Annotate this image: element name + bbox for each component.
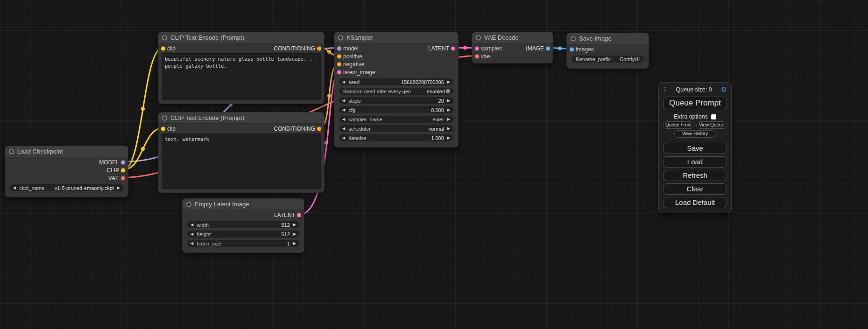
height-widget[interactable]: ◀ height 512 ▶ xyxy=(187,231,299,238)
increment-arrow-icon[interactable]: ▶ xyxy=(293,232,296,236)
positive-input-port[interactable] xyxy=(337,54,341,58)
node-title-bar[interactable]: Save Image xyxy=(567,33,649,44)
node-save-image[interactable]: Save Image images filename_prefix ComfyU… xyxy=(566,33,649,69)
widget-value: 1 xyxy=(287,241,290,246)
link-midpoint-dot xyxy=(463,46,467,50)
increment-arrow-icon[interactable]: ▶ xyxy=(447,80,450,84)
seed-widget[interactable]: ◀ seed 156680208700286 ▶ xyxy=(339,78,453,85)
sampler-name-widget[interactable]: ◀ sampler_name euler ▶ xyxy=(339,116,453,123)
batch-size-widget[interactable]: ◀ batch_size 1 ▶ xyxy=(187,240,299,247)
node-title-bar[interactable]: CLIP Text Encode (Prompt) xyxy=(158,32,324,43)
model-input-port[interactable] xyxy=(337,46,341,50)
widget-value: 1.000 xyxy=(431,135,444,141)
increment-arrow-icon[interactable]: ▶ xyxy=(447,136,450,140)
increment-arrow-icon[interactable]: ▶ xyxy=(293,242,296,245)
queue-panel-header: ⣿ Queue size: 0 ⚙ xyxy=(663,85,727,94)
latent-image-input-port[interactable] xyxy=(337,70,341,74)
queue-front-button[interactable]: Queue Front xyxy=(663,121,694,129)
increment-arrow-icon[interactable]: ▶ xyxy=(447,118,450,121)
toggle-dot-icon[interactable] xyxy=(446,89,450,93)
node-clip-text-encode-negative[interactable]: CLIP Text Encode (Prompt) clip CONDITION… xyxy=(158,112,325,193)
steps-widget[interactable]: ◀ steps 20 ▶ xyxy=(339,97,453,104)
vae-output-port[interactable] xyxy=(121,176,125,180)
samples-input-port[interactable] xyxy=(475,46,479,50)
positive-prompt-textarea[interactable]: beautiful scenery nature glass bottle la… xyxy=(162,53,321,100)
decrement-arrow-icon[interactable]: ◀ xyxy=(342,127,345,131)
increment-arrow-icon[interactable]: ▶ xyxy=(447,99,450,103)
latent-output-port[interactable] xyxy=(451,46,455,50)
image-output-port[interactable] xyxy=(546,46,550,50)
width-widget[interactable]: ◀ width 512 ▶ xyxy=(187,221,299,228)
random-seed-toggle-widget[interactable]: Random seed after every gen enabled xyxy=(339,88,453,95)
denoise-widget[interactable]: ◀ denoise 1.000 ▶ xyxy=(339,134,453,141)
settings-gear-icon[interactable]: ⚙ xyxy=(721,85,727,94)
slot-row: clip CONDITIONING xyxy=(158,125,324,133)
link-midpoint-dot xyxy=(327,94,331,98)
output-slot-label: MODEL xyxy=(99,159,119,166)
widget-label: scheduler xyxy=(348,126,428,132)
decrement-arrow-icon[interactable]: ◀ xyxy=(191,242,193,245)
vae-input-port[interactable] xyxy=(475,54,479,58)
node-vae-decode[interactable]: VAE Decode samples IMAGE vae xyxy=(472,32,553,63)
images-input-port[interactable] xyxy=(570,47,574,51)
clip-output-port[interactable] xyxy=(121,168,125,172)
load-button[interactable]: Load xyxy=(663,156,727,168)
queue-prompt-button[interactable]: Queue Prompt xyxy=(663,97,727,110)
slot-row: vae xyxy=(472,52,553,60)
node-title-bar[interactable]: Load Checkpoint xyxy=(5,146,128,157)
clip-input-port[interactable] xyxy=(161,126,165,131)
node-clip-text-encode-positive[interactable]: CLIP Text Encode (Prompt) clip CONDITION… xyxy=(158,32,325,104)
collapse-dot-icon[interactable] xyxy=(186,202,191,207)
save-button[interactable]: Save xyxy=(663,143,727,154)
increment-arrow-icon[interactable]: ▶ xyxy=(447,108,450,112)
extra-options-row: Extra options xyxy=(663,113,727,120)
scheduler-widget[interactable]: ◀ scheduler normal ▶ xyxy=(339,125,453,132)
widget-label: denoise xyxy=(348,135,431,141)
decrement-arrow-icon[interactable]: ◀ xyxy=(342,118,345,121)
node-load-checkpoint[interactable]: Load Checkpoint MODEL CLIP VAE ◀ ckpt_na… xyxy=(5,146,128,197)
collapse-dot-icon[interactable] xyxy=(9,149,14,154)
view-queue-button[interactable]: View Queue xyxy=(696,121,727,129)
ckpt-name-widget[interactable]: ◀ ckpt_name v1-5-pruned-emaonly.ckpt ▶ xyxy=(10,184,123,191)
node-ksampler[interactable]: KSampler model LATENT positive negative … xyxy=(334,32,459,147)
decrement-arrow-icon[interactable]: ◀ xyxy=(191,223,193,227)
collapse-dot-icon[interactable] xyxy=(476,35,481,40)
clip-input-port[interactable] xyxy=(161,46,165,50)
increment-arrow-icon[interactable]: ▶ xyxy=(293,223,296,227)
conditioning-output-port[interactable] xyxy=(317,46,321,50)
node-title-bar[interactable]: KSampler xyxy=(334,32,458,43)
decrement-arrow-icon[interactable]: ◀ xyxy=(342,99,345,103)
load-default-button[interactable]: Load Default xyxy=(663,197,727,208)
collapse-dot-icon[interactable] xyxy=(162,115,167,120)
view-history-button[interactable]: View History xyxy=(674,130,716,138)
clear-button[interactable]: Clear xyxy=(663,183,727,195)
node-title-bar[interactable]: Empty Latent Image xyxy=(183,199,304,210)
conditioning-output-port[interactable] xyxy=(317,126,321,131)
latent-output-port[interactable] xyxy=(297,213,301,217)
collapse-dot-icon[interactable] xyxy=(338,35,343,40)
drag-handle-icon[interactable]: ⣿ xyxy=(663,86,667,93)
model-output-port[interactable] xyxy=(121,160,125,164)
cfg-widget[interactable]: ◀ cfg 8.000 ▶ xyxy=(339,106,453,113)
decrement-arrow-icon[interactable]: ◀ xyxy=(342,108,345,112)
filename-prefix-widget[interactable]: filename_prefix ComfyUI xyxy=(572,56,644,63)
decrement-arrow-icon[interactable]: ◀ xyxy=(191,232,193,236)
extra-options-checkbox[interactable] xyxy=(711,114,716,119)
node-title-bar[interactable]: VAE Decode xyxy=(472,32,553,43)
decrement-arrow-icon[interactable]: ◀ xyxy=(342,136,345,140)
collapse-dot-icon[interactable] xyxy=(162,35,167,40)
increment-arrow-icon[interactable]: ▶ xyxy=(117,186,120,190)
node-empty-latent-image[interactable]: Empty Latent Image LATENT ◀ width 512 ▶ … xyxy=(182,198,304,253)
increment-arrow-icon[interactable]: ▶ xyxy=(447,127,450,131)
node-title-bar[interactable]: CLIP Text Encode (Prompt) xyxy=(158,112,324,124)
refresh-button[interactable]: Refresh xyxy=(663,170,727,181)
collapse-dot-icon[interactable] xyxy=(571,36,576,41)
slot-row: LATENT xyxy=(183,211,304,219)
decrement-arrow-icon[interactable]: ◀ xyxy=(13,186,16,190)
decrement-arrow-icon[interactable]: ◀ xyxy=(342,80,345,84)
input-slot-label: model xyxy=(343,45,359,52)
negative-input-port[interactable] xyxy=(337,62,341,66)
output-slot-label: IMAGE xyxy=(526,45,544,52)
slot-row: negative xyxy=(334,60,458,68)
negative-prompt-textarea[interactable]: text, watermark xyxy=(162,133,321,189)
